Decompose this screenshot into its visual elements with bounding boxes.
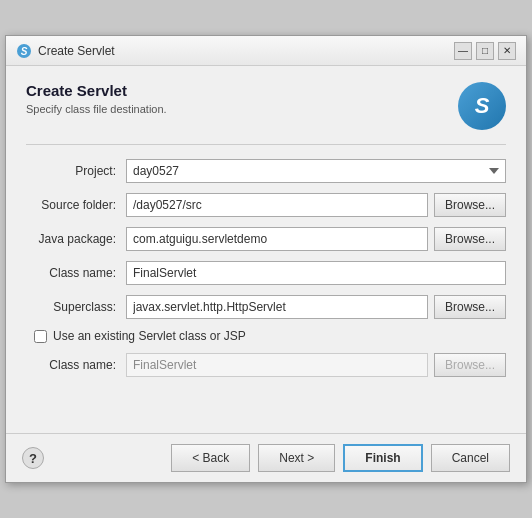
java-package-browse-button[interactable]: Browse... — [434, 227, 506, 251]
checkbox-row: Use an existing Servlet class or JSP — [26, 329, 506, 343]
class-name-row: Class name: — [26, 261, 506, 285]
minimize-button[interactable]: — — [454, 42, 472, 60]
dialog-window: S Create Servlet — □ ✕ Create Servlet Sp… — [5, 35, 527, 483]
class-name2-browse-button: Browse... — [434, 353, 506, 377]
java-package-control — [126, 227, 428, 251]
class-name-control — [126, 261, 506, 285]
window-title: Create Servlet — [38, 44, 115, 58]
superclass-label: Superclass: — [26, 300, 126, 314]
project-select[interactable]: day0527 — [126, 159, 506, 183]
close-button[interactable]: ✕ — [498, 42, 516, 60]
superclass-row: Superclass: Browse... — [26, 295, 506, 319]
title-bar: S Create Servlet — □ ✕ — [6, 36, 526, 66]
class-name2-label: Class name: — [26, 358, 126, 372]
back-button[interactable]: < Back — [171, 444, 250, 472]
help-button[interactable]: ? — [22, 447, 44, 469]
cancel-button[interactable]: Cancel — [431, 444, 510, 472]
header-divider — [26, 144, 506, 145]
window-controls: — □ ✕ — [454, 42, 516, 60]
next-button[interactable]: Next > — [258, 444, 335, 472]
source-folder-row: Source folder: Browse... — [26, 193, 506, 217]
existing-servlet-checkbox[interactable] — [34, 330, 47, 343]
button-bar-right: < Back Next > Finish Cancel — [171, 444, 510, 472]
source-folder-browse-button[interactable]: Browse... — [434, 193, 506, 217]
source-folder-input[interactable] — [126, 193, 428, 217]
superclass-control — [126, 295, 428, 319]
maximize-button[interactable]: □ — [476, 42, 494, 60]
svg-text:S: S — [21, 46, 28, 57]
checkbox-label: Use an existing Servlet class or JSP — [53, 329, 246, 343]
dialog-content: Create Servlet Specify class file destin… — [6, 66, 526, 433]
dialog-title: Create Servlet — [26, 82, 167, 99]
project-control: day0527 — [126, 159, 506, 183]
superclass-browse-button[interactable]: Browse... — [434, 295, 506, 319]
header-text: Create Servlet Specify class file destin… — [26, 82, 167, 115]
dialog-subtitle: Specify class file destination. — [26, 103, 167, 115]
spacer — [26, 387, 506, 417]
header-section: Create Servlet Specify class file destin… — [26, 82, 506, 130]
spring-logo: S — [458, 82, 506, 130]
class-name-label: Class name: — [26, 266, 126, 280]
class-name-input[interactable] — [126, 261, 506, 285]
superclass-input[interactable] — [126, 295, 428, 319]
java-package-row: Java package: Browse... — [26, 227, 506, 251]
button-bar: ? < Back Next > Finish Cancel — [6, 433, 526, 482]
window-icon: S — [16, 43, 32, 59]
class-name2-input — [126, 353, 428, 377]
source-folder-control — [126, 193, 428, 217]
button-bar-left: ? — [22, 447, 44, 469]
class-name2-control — [126, 353, 428, 377]
finish-button[interactable]: Finish — [343, 444, 422, 472]
title-bar-left: S Create Servlet — [16, 43, 115, 59]
project-label: Project: — [26, 164, 126, 178]
java-package-input[interactable] — [126, 227, 428, 251]
java-package-label: Java package: — [26, 232, 126, 246]
project-row: Project: day0527 — [26, 159, 506, 183]
class-name2-row: Class name: Browse... — [26, 353, 506, 377]
source-folder-label: Source folder: — [26, 198, 126, 212]
